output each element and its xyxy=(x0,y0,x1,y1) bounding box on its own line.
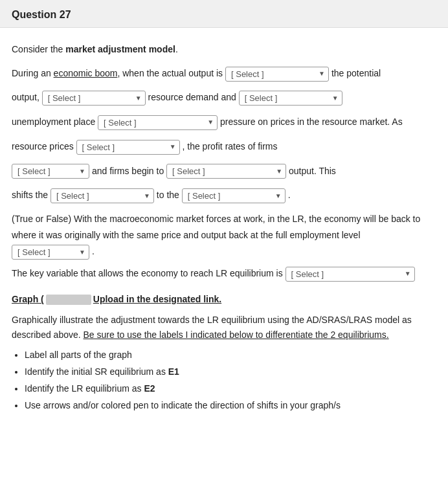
select-resource-demand[interactable]: [ Select ] increases decreases xyxy=(239,88,342,108)
s5-post: output. This xyxy=(289,166,336,176)
s4-post: , the profit rates of firms xyxy=(182,141,277,151)
graph-section: Graph (Upload in the designated link. Gr… xyxy=(12,291,436,412)
select-output-comparison[interactable]: [ Select ] above below equal to xyxy=(225,64,329,84)
s6-mid: to the xyxy=(157,190,179,200)
shift-direction-dropdown[interactable]: [ Select ] left right xyxy=(182,188,286,203)
s2-mid: resource demand and xyxy=(148,92,236,102)
truefalse-end: . xyxy=(92,246,95,256)
s6-pre: shifts the xyxy=(12,190,48,200)
select-curve-shift[interactable]: [ Select ] SRAS LRAS AD xyxy=(50,186,154,206)
intro-bold: market adjustment model xyxy=(65,44,175,54)
s2-pre: output, xyxy=(12,92,39,102)
bullet-4: Use arrows and/or colored pen to indicat… xyxy=(25,399,436,412)
graph-line: Graph (Upload in the designated link. xyxy=(12,291,436,308)
sentence3-block: unemployment place [ Select ] upward dow… xyxy=(12,112,436,133)
lr-block: The key variable that allows the economy… xyxy=(12,265,436,282)
intro-end: . xyxy=(175,44,178,54)
s1-mid: , when the actual output is xyxy=(117,68,223,78)
truefalse-dropdown[interactable]: [ Select ] True False xyxy=(12,245,89,260)
graph-prefix: Graph ( xyxy=(12,294,44,304)
bullet-list: Label all parts of the graph Identify th… xyxy=(12,348,436,412)
sentence5-block: [ Select ] rise fall and firms begin to … xyxy=(12,161,436,182)
select-truefalse[interactable]: [ Select ] True False xyxy=(12,244,89,260)
profit-direction-dropdown[interactable]: [ Select ] rise fall xyxy=(12,164,89,179)
s1-post: the potential xyxy=(331,68,381,78)
output-direction-dropdown[interactable]: [ Select ] increases decreases xyxy=(42,91,146,106)
select-firms-output[interactable]: [ Select ] expand reduce xyxy=(166,161,286,181)
graph-label-box xyxy=(46,295,91,305)
bullet-3: Identify the LR equilibrium as E2 xyxy=(25,382,436,396)
lr-pre: The key variable that allows the economy… xyxy=(12,268,283,278)
resource-demand-dropdown[interactable]: [ Select ] increases decreases xyxy=(239,91,342,106)
s4-pre: resource prices xyxy=(12,141,74,151)
graph-upload-label: Upload in the designated link. xyxy=(93,294,221,304)
s1-pre: During an xyxy=(12,68,54,78)
question-title: Question 27 xyxy=(12,9,71,20)
sentence1-block: During an economic boom, when the actual… xyxy=(12,63,436,84)
curve-shift-dropdown[interactable]: [ Select ] SRAS LRAS AD xyxy=(50,188,154,203)
select-profit-direction[interactable]: [ Select ] rise fall xyxy=(12,161,89,181)
truefalse-block: (True or False) With the macroeconomic m… xyxy=(12,211,436,260)
e1-label: E1 xyxy=(168,366,179,377)
s6-end: . xyxy=(288,190,291,200)
bullet-1: Label all parts of the graph xyxy=(25,348,436,362)
lr-variable-dropdown[interactable]: [ Select ] resource prices SRAS AD xyxy=(286,267,415,282)
firms-output-dropdown[interactable]: [ Select ] expand reduce xyxy=(166,164,286,179)
question-header: Question 27 xyxy=(0,0,448,28)
sentence6-block: shifts the [ Select ] SRAS LRAS AD to th… xyxy=(12,185,436,206)
truefalse-text: (True or False) With the macroeconomic m… xyxy=(12,214,420,240)
bullet-2: Identify the initial SR equilibrium as E… xyxy=(25,365,436,379)
graph-description: Graphically illustrate the adjustment to… xyxy=(12,313,436,342)
select-lr-variable[interactable]: [ Select ] resource prices SRAS AD xyxy=(286,266,415,282)
output-comparison-dropdown[interactable]: [ Select ] above below equal to xyxy=(225,67,329,82)
sentence2-block: output, [ Select ] increases decreases r… xyxy=(12,87,436,108)
resource-prices-dropdown[interactable]: [ Select ] rise fall xyxy=(76,140,180,155)
unemployment-dropdown[interactable]: [ Select ] upward downward xyxy=(98,115,218,130)
e2-label: E2 xyxy=(144,383,155,394)
select-resource-prices[interactable]: [ Select ] rise fall xyxy=(76,137,180,157)
intro-paragraph: Consider the market adjustment model. xyxy=(12,39,436,60)
s1-underline: economic boom xyxy=(54,68,118,78)
graph-be-sure: Be sure to use the labels I indicated be… xyxy=(84,330,389,340)
sentence4-block: resource prices [ Select ] rise fall , t… xyxy=(12,137,436,157)
select-unemployment[interactable]: [ Select ] upward downward xyxy=(98,113,218,133)
intro-text: Consider the xyxy=(12,44,65,54)
s3-pre: unemployment place xyxy=(12,117,95,127)
s3-post: pressure on prices in the resource marke… xyxy=(220,117,403,127)
select-output-direction[interactable]: [ Select ] increases decreases xyxy=(42,88,146,108)
select-shift-direction[interactable]: [ Select ] left right xyxy=(182,186,286,206)
s5-mid: and firms begin to xyxy=(92,166,164,176)
